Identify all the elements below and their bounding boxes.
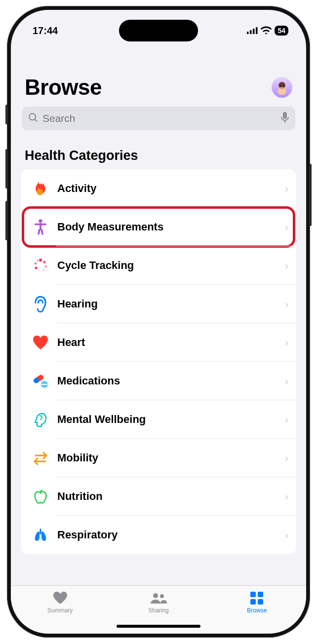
chevron-right-icon: › bbox=[285, 222, 288, 233]
chevron-right-icon: › bbox=[285, 299, 288, 310]
svg-rect-34 bbox=[250, 592, 256, 597]
tab-label: Summary bbox=[47, 607, 73, 614]
heart-fill-icon bbox=[53, 591, 68, 606]
chevron-right-icon: › bbox=[285, 183, 288, 194]
svg-point-32 bbox=[153, 593, 158, 598]
chevron-right-icon: › bbox=[285, 337, 288, 348]
category-label: Body Measurements bbox=[50, 221, 285, 233]
arrows-icon bbox=[31, 448, 50, 468]
svg-rect-14 bbox=[35, 224, 46, 226]
svg-point-20 bbox=[43, 269, 45, 271]
status-right: 54 bbox=[247, 25, 288, 37]
svg-rect-35 bbox=[258, 592, 263, 597]
cycle-icon bbox=[31, 256, 50, 275]
search-field[interactable] bbox=[22, 107, 295, 130]
category-heart[interactable]: Heart › bbox=[21, 323, 296, 362]
category-hearing[interactable]: Hearing › bbox=[21, 285, 296, 323]
svg-rect-3 bbox=[256, 27, 258, 34]
people-icon bbox=[150, 591, 167, 606]
svg-rect-15 bbox=[38, 228, 40, 235]
home-indicator[interactable] bbox=[117, 625, 200, 628]
battery-indicator: 54 bbox=[275, 26, 288, 36]
category-mental-wellbeing[interactable]: Mental Wellbeing › bbox=[21, 400, 296, 439]
svg-point-8 bbox=[29, 114, 36, 120]
category-label: Mobility bbox=[50, 452, 285, 464]
chevron-right-icon: › bbox=[285, 414, 288, 425]
search-wrap bbox=[11, 104, 306, 130]
category-mobility[interactable]: Mobility › bbox=[21, 439, 296, 477]
screen: 17:44 54 Browse bbox=[11, 10, 306, 634]
brain-icon bbox=[31, 410, 50, 429]
svg-point-22 bbox=[35, 266, 37, 269]
tab-sharing[interactable]: Sharing bbox=[134, 591, 183, 614]
tab-summary[interactable]: Summary bbox=[36, 591, 85, 614]
category-cycle-tracking[interactable]: Cycle Tracking › bbox=[21, 246, 296, 285]
category-body-measurements[interactable]: Body Measurements › bbox=[21, 208, 296, 246]
chevron-right-icon: › bbox=[285, 530, 288, 541]
svg-point-24 bbox=[37, 260, 39, 262]
svg-rect-36 bbox=[250, 599, 256, 605]
svg-point-12 bbox=[39, 219, 42, 223]
header: Browse bbox=[11, 40, 306, 104]
svg-rect-2 bbox=[253, 29, 255, 34]
svg-line-9 bbox=[35, 119, 38, 122]
grid-icon bbox=[250, 591, 263, 606]
heart-icon bbox=[31, 333, 50, 352]
category-nutrition[interactable]: Nutrition › bbox=[21, 477, 296, 516]
tab-label: Browse bbox=[247, 607, 267, 614]
volume-down-button[interactable] bbox=[5, 201, 8, 240]
svg-rect-1 bbox=[250, 30, 252, 34]
svg-rect-31 bbox=[40, 529, 41, 534]
body-icon bbox=[31, 217, 50, 237]
flame-icon bbox=[31, 179, 50, 198]
svg-rect-37 bbox=[258, 599, 263, 605]
chevron-right-icon: › bbox=[285, 491, 288, 502]
status-time: 17:44 bbox=[33, 25, 58, 37]
pills-icon bbox=[31, 371, 50, 391]
svg-point-21 bbox=[39, 270, 40, 271]
svg-point-7 bbox=[283, 85, 284, 86]
wifi-icon bbox=[261, 25, 272, 37]
category-label: Hearing bbox=[50, 298, 285, 310]
tab-label: Sharing bbox=[148, 607, 168, 614]
search-input[interactable] bbox=[42, 113, 277, 124]
phone-frame: 17:44 54 Browse bbox=[7, 6, 310, 638]
category-list: Activity › Body Measurements › Cycle Tra… bbox=[21, 169, 296, 554]
chevron-right-icon: › bbox=[285, 453, 288, 464]
category-label: Respiratory bbox=[50, 529, 285, 541]
chevron-right-icon: › bbox=[285, 376, 288, 387]
category-label: Mental Wellbeing bbox=[50, 413, 285, 426]
mic-icon[interactable] bbox=[280, 112, 289, 125]
page-title: Browse bbox=[25, 75, 102, 100]
category-respiratory[interactable]: Respiratory › bbox=[21, 516, 296, 554]
tab-browse[interactable]: Browse bbox=[232, 591, 281, 614]
lungs-icon bbox=[31, 525, 50, 545]
svg-point-33 bbox=[160, 594, 164, 598]
svg-rect-16 bbox=[40, 228, 43, 235]
mute-switch[interactable] bbox=[5, 105, 8, 124]
svg-point-6 bbox=[279, 85, 280, 86]
svg-rect-10 bbox=[283, 112, 287, 119]
dynamic-island bbox=[119, 20, 198, 41]
category-activity[interactable]: Activity › bbox=[21, 169, 296, 208]
category-label: Heart bbox=[50, 336, 285, 349]
cellular-icon bbox=[247, 25, 258, 37]
category-medications[interactable]: Medications › bbox=[21, 362, 296, 400]
svg-point-19 bbox=[45, 265, 47, 268]
apple-icon bbox=[31, 487, 50, 506]
chevron-right-icon: › bbox=[285, 260, 288, 271]
category-label: Nutrition bbox=[50, 490, 285, 503]
svg-point-17 bbox=[39, 259, 42, 262]
section-title: Health Categories bbox=[11, 130, 306, 169]
svg-point-23 bbox=[35, 263, 37, 265]
volume-up-button[interactable] bbox=[5, 149, 8, 189]
profile-avatar[interactable] bbox=[272, 77, 292, 98]
svg-rect-5 bbox=[278, 87, 286, 95]
svg-point-18 bbox=[43, 261, 46, 264]
search-icon bbox=[28, 112, 39, 125]
category-label: Activity bbox=[50, 182, 285, 195]
svg-rect-0 bbox=[247, 32, 249, 34]
power-button[interactable] bbox=[309, 164, 312, 226]
category-label: Cycle Tracking bbox=[50, 259, 285, 272]
ear-icon bbox=[31, 294, 50, 314]
